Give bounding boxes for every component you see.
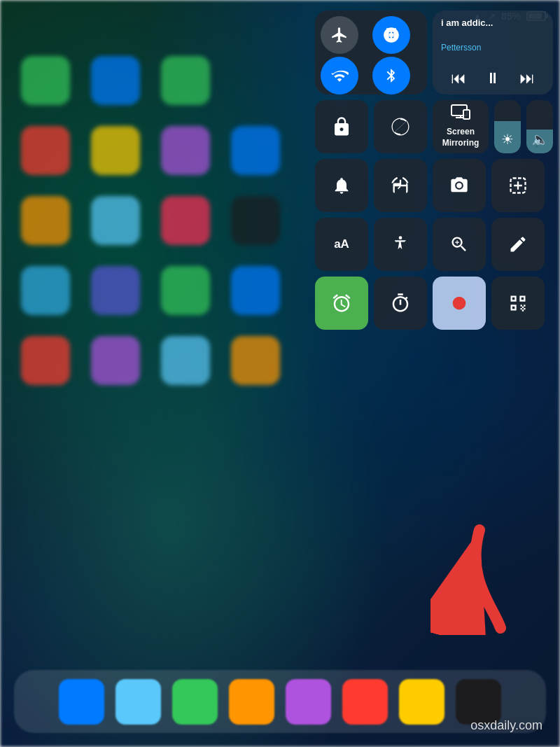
timer-button[interactable] xyxy=(374,159,427,212)
screen-record-lock-button[interactable] xyxy=(491,159,545,212)
app-icon xyxy=(91,266,140,315)
text-size-button[interactable]: aA xyxy=(315,218,368,271)
quick-row-3 xyxy=(315,277,553,330)
svg-point-6 xyxy=(453,297,466,310)
dock-icon-4[interactable] xyxy=(229,679,274,725)
volume-slider[interactable]: 🔈 xyxy=(526,100,553,153)
app-icon xyxy=(21,266,70,315)
svg-point-0 xyxy=(389,33,394,38)
qr-scanner-button[interactable] xyxy=(491,277,545,330)
bluetooth-toggle-button[interactable] xyxy=(372,57,410,95)
svg-rect-2 xyxy=(463,110,470,119)
bell-button[interactable] xyxy=(315,159,368,212)
dock-icon-3[interactable] xyxy=(172,679,218,725)
music-title: i am addic... xyxy=(441,18,545,28)
watermark: osxdaily.com xyxy=(470,718,542,733)
prev-button[interactable]: ⏮ xyxy=(451,69,466,88)
screen-record-button[interactable] xyxy=(433,277,486,330)
screen-mirror-icon xyxy=(451,104,470,124)
brightness-slider[interactable]: ☀ xyxy=(494,100,521,153)
app-icon xyxy=(231,126,280,175)
app-icon xyxy=(21,56,70,105)
app-icon xyxy=(231,336,280,385)
control-center: i am addic... Pettersson ⏮ ⏸ ⏭ xyxy=(315,11,553,330)
dock-icon-5[interactable] xyxy=(286,679,331,725)
music-controls: ⏮ ⏸ ⏭ xyxy=(441,69,545,88)
notes-button[interactable] xyxy=(491,218,545,271)
app-icon xyxy=(231,56,280,105)
music-widget: i am addic... Pettersson ⏮ ⏸ ⏭ xyxy=(433,11,553,95)
music-artist: Pettersson xyxy=(441,43,545,53)
next-button[interactable]: ⏭ xyxy=(519,69,535,88)
airplane-mode-button[interactable] xyxy=(321,16,358,54)
app-icon xyxy=(161,336,210,385)
dock-icon-6[interactable] xyxy=(342,679,388,725)
camera-button[interactable] xyxy=(433,159,486,212)
wifi-toggle-button[interactable] xyxy=(321,57,358,95)
orientation-lock-button[interactable] xyxy=(315,100,368,153)
do-not-disturb-button[interactable] xyxy=(374,100,427,153)
text-size-label: aA xyxy=(334,237,349,251)
airdrop-button[interactable] xyxy=(372,16,410,54)
dock-icon-8[interactable] xyxy=(456,679,501,725)
app-icon xyxy=(91,56,140,105)
home-screen-icons xyxy=(21,56,287,392)
zoom-button[interactable] xyxy=(433,218,486,271)
app-icon xyxy=(161,196,210,245)
dock-icon-7[interactable] xyxy=(399,679,444,725)
quick-row-1 xyxy=(315,159,553,212)
dock xyxy=(14,670,546,733)
app-icon xyxy=(91,126,140,175)
stopwatch-button[interactable] xyxy=(374,277,427,330)
alarm-button[interactable] xyxy=(315,277,368,330)
connectivity-grid xyxy=(315,11,427,95)
top-row: i am addic... Pettersson ⏮ ⏸ ⏭ xyxy=(315,11,553,95)
dock-icon-1[interactable] xyxy=(59,679,104,725)
app-icon xyxy=(161,56,210,105)
brightness-icon: ☀ xyxy=(501,131,514,148)
app-icon xyxy=(231,266,280,315)
screen-mirroring-label: ScreenMirroring xyxy=(442,127,479,148)
app-icon xyxy=(21,336,70,385)
screen-mirroring-button[interactable]: ScreenMirroring xyxy=(433,100,489,153)
second-row: ScreenMirroring ☀ 🔈 xyxy=(315,100,553,153)
quick-row-2: aA xyxy=(315,218,553,271)
app-icon xyxy=(91,336,140,385)
app-icon xyxy=(161,266,210,315)
pause-button[interactable]: ⏸ xyxy=(485,69,500,88)
app-icon xyxy=(91,196,140,245)
app-icon xyxy=(161,126,210,175)
svg-point-3 xyxy=(456,183,461,188)
app-icon xyxy=(21,126,70,175)
volume-icon: 🔈 xyxy=(531,131,549,148)
app-icon xyxy=(21,196,70,245)
svg-point-5 xyxy=(399,236,402,239)
dock-icon-2[interactable] xyxy=(115,679,161,725)
app-icon xyxy=(231,196,280,245)
accessibility-button[interactable] xyxy=(374,218,427,271)
red-arrow xyxy=(430,509,522,635)
